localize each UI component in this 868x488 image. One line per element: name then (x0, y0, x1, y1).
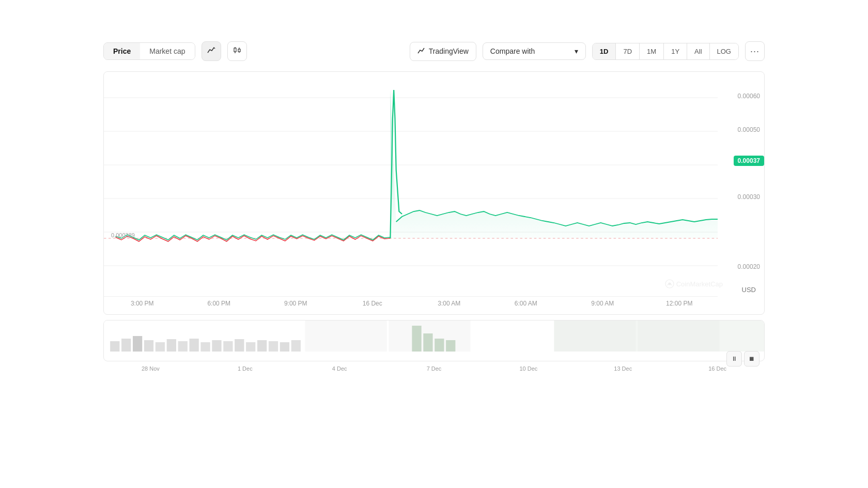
svg-rect-27 (178, 341, 188, 352)
price-tab[interactable]: Price (104, 43, 140, 59)
y-tick-1: 0.00050 (738, 126, 760, 133)
svg-rect-33 (246, 342, 255, 352)
mini-chart[interactable] (103, 320, 765, 361)
view-type-group: Price Market cap (103, 42, 195, 60)
price-chart-svg (104, 77, 718, 294)
svg-rect-29 (200, 342, 210, 352)
mini-x-tick-4: 10 Dec (481, 365, 576, 372)
mini-chart-svg (104, 321, 764, 352)
line-chart-icon (207, 45, 216, 57)
mini-x-tick-0: 28 Nov (103, 365, 198, 372)
watermark: CoinMarketCap (665, 279, 723, 288)
svg-rect-25 (156, 342, 165, 352)
x-axis: 3:00 PM 6:00 PM 9:00 PM 16 Dec 3:00 AM 6… (104, 296, 718, 309)
stop-button[interactable]: ⏹ (744, 351, 760, 367)
svg-rect-39 (423, 333, 432, 352)
time-7d[interactable]: 7D (616, 43, 640, 59)
candle-chart-button[interactable] (227, 41, 247, 61)
main-chart: 3:00 PM 6:00 PM 9:00 PM 16 Dec 3:00 AM 6… (103, 71, 765, 315)
y-axis: 0.00060 0.00050 0.00037 0.00030 0.00020 … (718, 77, 764, 309)
pause-icon: ⏸ (731, 355, 737, 362)
svg-rect-30 (212, 340, 221, 352)
mini-x-tick-2: 4 Dec (292, 365, 387, 372)
x-tick-0: 3:00 PM (104, 300, 181, 307)
tradingview-label: TradingView (429, 47, 469, 55)
more-options-button[interactable]: ··· (745, 41, 765, 61)
x-tick-5: 6:00 AM (488, 300, 565, 307)
x-tick-1: 6:00 PM (181, 300, 258, 307)
svg-rect-37 (291, 340, 301, 352)
x-tick-3: 16 Dec (334, 300, 411, 307)
line-chart-button[interactable] (202, 41, 221, 61)
svg-rect-22 (121, 339, 131, 352)
chart-svg-area[interactable]: 3:00 PM 6:00 PM 9:00 PM 16 Dec 3:00 AM 6… (104, 77, 718, 309)
svg-rect-38 (412, 326, 421, 352)
svg-rect-31 (223, 341, 233, 352)
time-1y[interactable]: 1Y (664, 43, 687, 59)
mini-chart-wrapper: 28 Nov 1 Dec 4 Dec 7 Dec 10 Dec 13 Dec 1… (103, 320, 765, 372)
watermark-text: CoinMarketCap (676, 280, 723, 288)
svg-rect-3 (238, 49, 240, 52)
time-1d[interactable]: 1D (593, 43, 616, 59)
market-cap-tab[interactable]: Market cap (140, 43, 194, 59)
left-price-label: 0.000289 (111, 232, 135, 238)
x-tick-6: 9:00 AM (564, 300, 641, 307)
x-tick-2: 9:00 PM (257, 300, 334, 307)
svg-rect-28 (190, 339, 199, 352)
svg-rect-34 (257, 340, 267, 352)
candle-chart-icon (233, 45, 242, 57)
tradingview-icon (417, 47, 426, 56)
svg-rect-23 (133, 336, 142, 352)
stop-icon: ⏹ (749, 355, 755, 362)
mini-x-tick-3: 7 Dec (387, 365, 482, 372)
current-price-y-axis: 0.00037 (734, 157, 764, 164)
svg-rect-24 (144, 340, 153, 352)
time-all[interactable]: All (687, 43, 709, 59)
x-tick-7: 12:00 PM (641, 300, 718, 307)
svg-rect-26 (167, 339, 176, 352)
svg-rect-21 (110, 341, 119, 352)
y-tick-3: 0.00030 (738, 193, 760, 201)
y-tick-0: 0.00060 (738, 93, 760, 100)
svg-rect-36 (280, 342, 289, 352)
mini-x-tick-5: 13 Dec (576, 365, 670, 372)
svg-rect-16 (305, 321, 386, 352)
tradingview-button[interactable]: TradingView (410, 42, 476, 61)
svg-rect-41 (446, 340, 455, 352)
current-price-badge: 0.00037 (734, 156, 764, 166)
usd-label: USD (742, 284, 760, 294)
mini-x-axis: 28 Nov 1 Dec 4 Dec 7 Dec 10 Dec 13 Dec 1… (103, 363, 765, 372)
chevron-down-icon: ▾ (575, 47, 578, 55)
mini-x-tick-1: 1 Dec (198, 365, 292, 372)
y-tick-4: 0.00020 (738, 263, 760, 270)
svg-rect-35 (269, 341, 278, 352)
time-range-group: 1D 7D 1M 1Y All LOG (592, 43, 739, 60)
compare-dropdown[interactable]: Compare with ▾ (483, 42, 586, 60)
time-1m[interactable]: 1M (640, 43, 664, 59)
chart-toolbar: Price Market cap (103, 41, 765, 61)
svg-rect-32 (235, 339, 244, 352)
svg-rect-0 (234, 48, 236, 52)
svg-point-14 (668, 283, 671, 285)
svg-rect-20 (554, 321, 764, 352)
log-button[interactable]: LOG (710, 43, 738, 59)
pause-button[interactable]: ⏸ (726, 351, 742, 367)
compare-label: Compare with (490, 47, 535, 55)
playback-controls: ⏸ ⏹ (726, 351, 760, 367)
x-tick-4: 3:00 AM (411, 300, 488, 307)
svg-rect-40 (435, 339, 444, 352)
